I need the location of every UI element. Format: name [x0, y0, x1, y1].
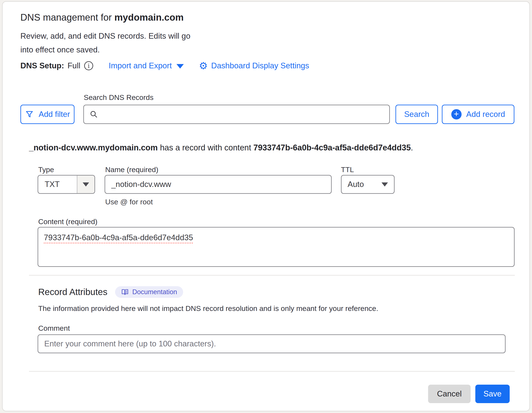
filter-funnel-icon [25, 110, 34, 119]
dashboard-display-settings-label: Dashboard Display Settings [211, 61, 309, 70]
name-helper-text: Use @ for root [105, 198, 153, 206]
chevron-down-icon [176, 64, 184, 69]
content-value: 7933747b-6a0b-4c9a-af5a-dde6d7e4dd35 [44, 233, 193, 242]
type-select-arrow[interactable] [77, 176, 95, 193]
notice-record-name: _notion-dcv.www.mydomain.com [29, 143, 158, 152]
notice-record-content: 7933747b-6a0b-4c9a-af5a-dde6d7e4dd35 [253, 143, 411, 152]
documentation-link[interactable]: Documentation [115, 286, 183, 298]
comment-input[interactable] [38, 334, 506, 353]
footer-divider [29, 371, 515, 372]
chevron-down-icon [83, 182, 89, 187]
chevron-down-icon [381, 182, 388, 187]
add-filter-label: Add filter [39, 110, 70, 119]
gear-icon: ⚙ [199, 61, 208, 71]
dns-setup-value: Full [68, 61, 81, 70]
add-record-button[interactable]: + Add record [442, 105, 514, 124]
add-filter-button[interactable]: Add filter [20, 105, 75, 124]
notice-middle-text: has a record with content [158, 143, 254, 152]
dashboard-display-settings-link[interactable]: ⚙ Dashboard Display Settings [199, 61, 309, 71]
book-icon [121, 288, 129, 296]
record-attributes-header: Record Attributes Documentation [38, 286, 183, 298]
content-textarea[interactable]: 7933747b-6a0b-4c9a-af5a-dde6d7e4dd35 [38, 227, 515, 267]
comment-label: Comment [38, 324, 70, 332]
type-select-value: TXT [38, 180, 77, 189]
page-title: DNS management for mydomain.com [20, 12, 184, 23]
documentation-label: Documentation [132, 288, 177, 296]
content-label: Content (required) [38, 217, 97, 226]
subtitle-line-2: into effect once saved. [20, 43, 190, 57]
type-label: Type [38, 166, 54, 174]
save-button-label: Save [484, 389, 502, 398]
record-exists-notice: _notion-dcv.www.mydomain.com has a recor… [29, 143, 413, 152]
search-button-label: Search [404, 110, 429, 119]
search-button[interactable]: Search [395, 105, 438, 124]
subtitle-line-1: Review, add, and edit DNS records. Edits… [20, 29, 190, 43]
record-attributes-description: The information provided here will not i… [38, 304, 378, 313]
page-title-domain: mydomain.com [114, 12, 184, 23]
page-title-prefix: DNS management for [20, 12, 114, 23]
info-icon[interactable]: i [84, 61, 93, 70]
cancel-button[interactable]: Cancel [428, 385, 471, 403]
save-button[interactable]: Save [475, 385, 510, 403]
name-label: Name (required) [105, 166, 158, 174]
search-input[interactable] [98, 105, 389, 123]
record-attributes-heading: Record Attributes [38, 287, 107, 297]
type-select[interactable]: TXT [38, 175, 95, 194]
search-input-box[interactable] [83, 105, 390, 124]
import-export-label: Import and Export [109, 61, 172, 70]
search-dns-records-label: Search DNS Records [84, 93, 153, 102]
import-export-link[interactable]: Import and Export [109, 61, 184, 70]
ttl-select-value: Auto [348, 180, 364, 189]
ttl-label: TTL [341, 166, 354, 174]
name-input[interactable] [104, 175, 332, 194]
notice-suffix: . [411, 143, 413, 152]
cancel-button-label: Cancel [437, 389, 462, 398]
plus-icon: + [451, 109, 462, 119]
dns-setup-label: DNS Setup: [20, 61, 64, 70]
section-divider [29, 275, 515, 275]
ttl-select[interactable]: Auto [341, 175, 395, 194]
page-subtitle: Review, add, and edit DNS records. Edits… [20, 29, 190, 57]
add-record-label: Add record [466, 110, 505, 119]
search-icon [90, 110, 98, 119]
dns-setup-row: DNS Setup: Full i Import and Export ⚙ Da… [20, 60, 309, 71]
